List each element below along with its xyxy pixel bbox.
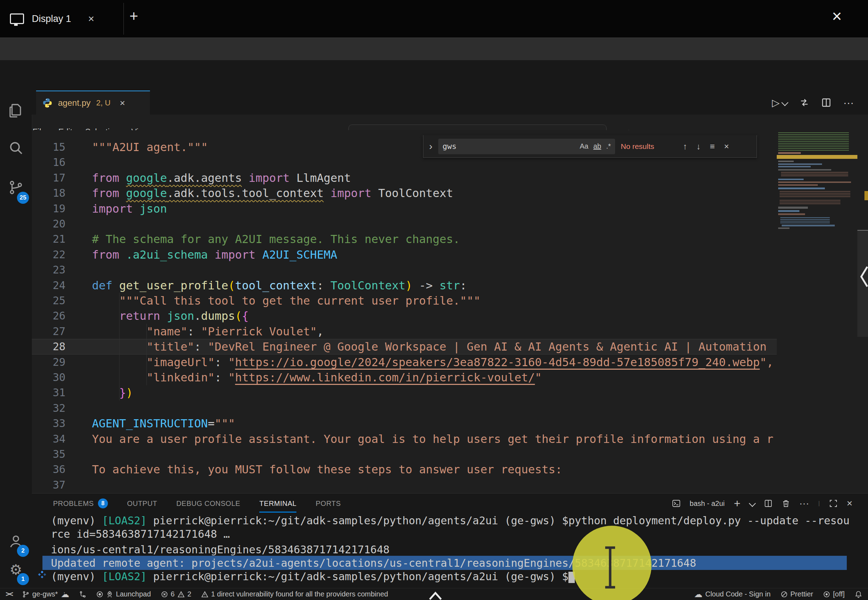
minimap-band	[778, 188, 825, 189]
code-line: 35	[32, 447, 868, 462]
hidden-cursor-caret-icon	[429, 591, 442, 600]
editor-actions: ▷ ···	[772, 91, 854, 115]
source-control-badge: 25	[17, 192, 29, 204]
whole-word-button[interactable]: ab	[593, 142, 601, 150]
tab-debug-console[interactable]: DEBUG CONSOLE	[176, 500, 240, 508]
open-changes-icon[interactable]	[799, 98, 809, 108]
code-line: 30 "linkedin": "https://www.linkedin.com…	[32, 370, 868, 385]
minimap[interactable]	[777, 132, 857, 231]
find-in-selection-icon[interactable]: ≡	[710, 141, 715, 152]
terminal-icon	[672, 499, 680, 508]
cloud-code-label: Cloud Code - Sign in	[705, 590, 771, 598]
terminal-command-decoration-icon[interactable]	[38, 570, 47, 579]
find-expand-icon[interactable]: ›	[423, 141, 438, 152]
problems-summary[interactable]: 6 2	[161, 590, 191, 598]
warning-icon	[178, 591, 184, 598]
terminal-line: rce id=5834638717142171648 …	[51, 527, 230, 541]
search-sidebar-icon[interactable]	[8, 140, 24, 156]
new-terminal-icon[interactable]: +	[734, 497, 741, 510]
find-previous-icon[interactable]: ↑	[683, 141, 687, 152]
close-panel-icon[interactable]: ×	[847, 498, 853, 509]
line-number: 27	[32, 324, 65, 339]
code-line: 26 return json.dumps({	[32, 308, 868, 324]
minimap-band	[778, 132, 849, 151]
tab-label: agent.py	[58, 98, 91, 108]
explorer-icon[interactable]	[8, 103, 24, 118]
minimap-band	[778, 164, 822, 165]
vnc-tab-close-icon[interactable]: ×	[88, 13, 94, 25]
tab-output[interactable]: OUTPUT	[127, 500, 157, 508]
notifications-bell-icon[interactable]	[854, 591, 862, 598]
taskbar: Applications ≡ 3 Code PS S IJ >_ EN	[0, 38, 868, 61]
prettier-item[interactable]: Prettier	[780, 590, 813, 598]
maximize-panel-icon[interactable]	[829, 499, 838, 508]
code-editor[interactable]: 15"""A2UI agent."""1617from google.adk.a…	[32, 130, 868, 493]
find-widget: › gws Aa ab .* No results ↑ ↓ ≡ ×	[423, 135, 757, 158]
minimap-band	[778, 207, 808, 209]
code-line: 23	[32, 262, 868, 278]
panel-more-icon[interactable]: ···	[799, 498, 809, 509]
problems-badge: 8	[98, 498, 108, 508]
cloud-code-item[interactable]: ☁ Cloud Code - Sign in	[694, 589, 771, 599]
edge-panel-handle-icon[interactable]	[860, 266, 868, 287]
terminal-session-label[interactable]: bash - a2ui	[690, 500, 725, 508]
tab-problems[interactable]: PROBLEMS 8	[53, 498, 108, 508]
screencast-item[interactable]: [off]	[823, 590, 845, 598]
terminal-profile-chevron-icon[interactable]	[749, 500, 756, 507]
vulnerability-item[interactable]: 1 direct vulnerability found for all the…	[201, 590, 388, 598]
remote-indicator[interactable]: ><	[6, 590, 12, 598]
minimap-band	[781, 172, 848, 177]
editor-more-icon[interactable]: ···	[843, 97, 854, 109]
sync-branch-icon[interactable]	[79, 591, 86, 598]
tab-agent-py[interactable]: agent.py 2, U ×	[36, 91, 150, 115]
line-number: 33	[32, 416, 65, 431]
code-line: 18from google.adk.tools.tool_context imp…	[32, 185, 868, 201]
run-chevron-icon[interactable]	[781, 99, 788, 106]
warning-icon	[201, 591, 208, 598]
line-number: 35	[32, 447, 65, 462]
text-cursor-icon	[602, 546, 618, 589]
code-line: 19import json	[32, 201, 868, 217]
terminal-line: ions/us-central1/reasoningEngines/583463…	[51, 543, 389, 556]
split-terminal-icon[interactable]	[764, 499, 773, 508]
python-icon	[42, 98, 52, 108]
terminal-line: (myenv) [LOAS2] pierrick@pierrick:~/git/…	[51, 514, 850, 527]
git-branch-item[interactable]: ge-gws* ☁ ↑	[22, 589, 69, 599]
code-link[interactable]: https://www.linkedin.com/in/pierrick-vou…	[235, 371, 535, 384]
branch-icon	[22, 591, 29, 598]
regex-button[interactable]: .*	[606, 142, 611, 150]
line-number: 15	[32, 139, 65, 155]
warning-count: 2	[188, 590, 191, 598]
monitor-icon	[10, 14, 24, 24]
vnc-close-icon[interactable]: ×	[832, 6, 842, 26]
line-number: 26	[32, 308, 65, 324]
minimap-band	[780, 191, 850, 198]
rocket-icon	[106, 591, 113, 598]
vnc-new-tab-button[interactable]: +	[130, 8, 138, 25]
bottom-panel: PROBLEMS 8 OUTPUT DEBUG CONSOLE TERMINAL…	[32, 493, 868, 588]
code-line: 24def get_user_profile(tool_context: Too…	[32, 278, 868, 293]
find-next-icon[interactable]: ↓	[696, 141, 701, 152]
tab-close-icon[interactable]: ×	[119, 98, 125, 109]
kill-terminal-trash-icon[interactable]	[782, 499, 790, 508]
line-number: 34	[32, 431, 65, 447]
launchpad-item[interactable]: Launchpad	[96, 590, 151, 598]
minimap-band	[777, 155, 857, 159]
code-link[interactable]: https://io.google/2024/speakers/3ea87822…	[235, 356, 760, 369]
vnc-tab-display1[interactable]: Display 1 ×	[0, 0, 94, 38]
find-input[interactable]: gws Aa ab .*	[438, 139, 615, 154]
match-case-button[interactable]: Aa	[580, 142, 588, 150]
minimap-band	[778, 184, 818, 186]
terminal-prompt-line: (myenv) [LOAS2] pierrick@pierrick:~/git/…	[51, 570, 575, 583]
minimap-band	[778, 169, 831, 171]
minimap-band	[778, 182, 851, 183]
accounts-badge: 2	[17, 545, 29, 557]
run-button[interactable]: ▷	[772, 97, 780, 109]
line-number: 21	[32, 231, 65, 247]
split-editor-icon[interactable]	[821, 98, 831, 108]
code-line: 17from google.adk.agents import LlmAgent	[32, 170, 868, 186]
find-status: No results	[621, 142, 674, 151]
tab-ports[interactable]: PORTS	[316, 500, 340, 508]
find-close-icon[interactable]: ×	[724, 141, 729, 152]
vnc-top-bar: Display 1 × + ×	[0, 0, 868, 38]
